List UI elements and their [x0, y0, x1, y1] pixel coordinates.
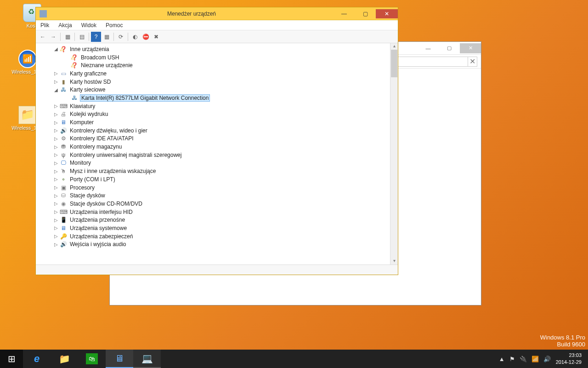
menu-file[interactable]: Plik [36, 21, 54, 30]
device-tree[interactable]: ◢❓Inne urządzenia❓Broadcom USH❓Nieznane … [36, 43, 390, 264]
tree-node[interactable]: ▷🖨Kolejki wydruku [45, 110, 390, 119]
taskbar: ⊞ e 📁 🛍 🖥 💻 ▲ ⚑ 🔌 📶 🔊 23:03 2014-12-29 [0, 350, 588, 368]
close-button[interactable]: ✕ [376, 9, 398, 18]
tree-expander-icon[interactable]: ▷ [53, 193, 59, 198]
toolbar-uninstall-button[interactable]: ✖ [151, 32, 161, 42]
toolbar-back-button[interactable]: ← [38, 32, 48, 42]
windows-watermark: Windows 8.1 Pro Build 9600 [540, 334, 585, 348]
tree-expander-icon[interactable]: ▷ [53, 120, 59, 125]
tree-expander-icon[interactable]: ◢ [53, 87, 59, 92]
device-manager-titlebar[interactable]: Menedżer urządzeń — ▢ ✕ [36, 7, 398, 20]
tree-expander-icon[interactable]: ▷ [53, 79, 59, 84]
scroll-thumb[interactable] [391, 50, 397, 77]
tree-expander-icon[interactable]: ▷ [53, 144, 59, 150]
menu-help[interactable]: Pomoc [101, 21, 127, 30]
tree-node[interactable]: ❓Broadcom USH [45, 53, 390, 62]
tree-node[interactable]: ▷🔊Kontrolery dźwięku, wideo i gier [45, 126, 390, 135]
tree-scrollbar[interactable]: ▴ ▾ [390, 43, 398, 264]
tree-expander-icon[interactable]: ▷ [53, 242, 59, 247]
toolbar-showhide-button[interactable]: ▦ [62, 32, 73, 42]
toolbar-disable-button[interactable]: ⛔ [141, 32, 151, 42]
toolbar-update-driver-button[interactable]: ◐ [130, 32, 140, 42]
tree-node[interactable]: 🖧Karta Intel(R) 82577LM Gigabit Network … [45, 94, 390, 102]
tree-expander-icon[interactable]: ▷ [53, 161, 59, 166]
window-title: Menedżer urządzeń [50, 11, 334, 17]
close-button[interactable]: ✕ [460, 43, 481, 53]
tree-expander-icon[interactable]: ▷ [53, 104, 59, 109]
taskbar-sysinfo[interactable]: 🖥 [106, 350, 133, 368]
tray-power-icon[interactable]: 🔌 [517, 356, 529, 362]
driver-package-icon [18, 50, 37, 68]
tree-node[interactable]: ▷ψKontrolery uniwersalnej magistrali sze… [45, 151, 390, 159]
tree-node[interactable]: ▷⚙Kontrolery IDE ATA/ATAPI [45, 135, 390, 143]
tree-expander-icon[interactable]: ▷ [53, 209, 59, 214]
menu-view[interactable]: Widok [77, 21, 101, 30]
maximize-button[interactable]: ▢ [355, 9, 376, 19]
tray-clock[interactable]: 23:03 2014-12-29 [553, 352, 584, 366]
taskbar-ie[interactable]: e [23, 350, 51, 368]
toolbar-forward-button[interactable]: → [48, 32, 58, 42]
toolbar-scan-button[interactable]: ⟳ [116, 32, 126, 42]
menu-action[interactable]: Akcja [54, 21, 76, 30]
tree-node[interactable]: ▷⚬Porty (COM i LPT) [45, 175, 390, 184]
tree-node[interactable]: ▷▮Karty hostów SD [45, 78, 390, 86]
taskbar-explorer[interactable]: 📁 [51, 350, 78, 368]
tree-expander-icon[interactable]: ▷ [53, 128, 59, 133]
tree-node[interactable]: ▷◉Stacje dysków CD-ROM/DVD [45, 200, 390, 208]
folder-icon [18, 106, 37, 124]
tree-expander-icon[interactable]: ▷ [53, 185, 59, 190]
device-category-icon: ⛁ [60, 192, 67, 199]
tree-node[interactable]: ▷🔑Urządzenia zabezpieczeń [45, 232, 390, 241]
tree-node-label: Kontrolery magazynu [69, 144, 123, 150]
maximize-button[interactable]: ▢ [439, 43, 460, 53]
taskbar-store[interactable]: 🛍 [78, 350, 106, 368]
tree-node[interactable]: ▷🖱Mysz i inne urządzenia wskazujące [45, 167, 390, 175]
minimize-button[interactable]: — [418, 43, 439, 53]
clear-address-button[interactable]: ✕ [468, 57, 477, 67]
tree-expander-icon[interactable]: ▷ [53, 234, 59, 239]
tray-overflow-button[interactable]: ▲ [497, 356, 507, 362]
tree-expander-icon[interactable]: ▷ [53, 71, 59, 76]
tree-node[interactable]: ▷🔊Wejścia i wyjścia audio [45, 241, 390, 249]
tree-node[interactable]: ▷▣Procesory [45, 184, 390, 192]
tree-node[interactable]: ▷⌨Klawiatury [45, 102, 390, 110]
scroll-up-icon[interactable]: ▴ [390, 43, 398, 50]
folder-icon: 📁 [59, 353, 70, 364]
tree-expander-icon[interactable]: ▷ [53, 218, 59, 223]
toolbar-properties-button[interactable]: ▤ [77, 32, 87, 42]
tree-node[interactable]: ◢❓Inne urządzenia [45, 45, 390, 53]
minimize-button[interactable]: — [334, 9, 355, 19]
tree-node[interactable]: ▷🖵Monitory [45, 159, 390, 167]
tree-expander-icon[interactable]: ▷ [53, 177, 59, 182]
tree-expander-icon[interactable]: ▷ [53, 169, 59, 174]
device-category-icon: 🖨 [60, 110, 67, 118]
device-category-icon: ❓ [60, 46, 67, 53]
tray-action-center-icon[interactable]: ⚑ [507, 356, 517, 362]
tree-expander-icon[interactable]: ▷ [53, 225, 59, 230]
taskbar-devicemanager[interactable]: 💻 [133, 350, 161, 368]
tree-node[interactable]: ▷🖥Urządzenia systemowe [45, 224, 390, 232]
tree-node-label: Procesory [69, 184, 96, 191]
tree-node[interactable]: ❓Nieznane urządzenie [45, 61, 390, 69]
tray-network-icon[interactable]: 📶 [529, 356, 541, 362]
tray-volume-icon[interactable]: 🔊 [541, 356, 553, 362]
tree-node[interactable]: ▷⛁Stacje dysków [45, 191, 390, 200]
tree-node[interactable]: ▷🖥Komputer [45, 118, 390, 126]
start-button[interactable]: ⊞ [0, 350, 23, 368]
toolbar-help-button[interactable]: ? [91, 32, 101, 42]
toolbar-separator [128, 33, 128, 41]
taskbar-spacer [161, 350, 497, 368]
tree-node[interactable]: ◢🖧Karty sieciowe [45, 86, 390, 94]
tree-expander-icon[interactable]: ▷ [53, 112, 59, 117]
tree-expander-icon[interactable]: ▷ [53, 136, 59, 141]
tree-expander-icon[interactable]: ▷ [53, 152, 59, 157]
device-manager-window[interactable]: Menedżer urządzeń — ▢ ✕ Plik Akcja Widok… [35, 7, 398, 275]
tree-node[interactable]: ▷📱Urządzenia przenośne [45, 216, 390, 224]
tree-expander-icon[interactable]: ▷ [53, 201, 59, 206]
tree-node[interactable]: ▷⌨Urządzenia interfejsu HID [45, 208, 390, 216]
toolbar-view-button[interactable]: ▦ [102, 32, 112, 42]
tree-node[interactable]: ▷▭Karty graficzne [45, 69, 390, 78]
tree-node[interactable]: ▷⛃Kontrolery magazynu [45, 143, 390, 151]
tree-expander-icon[interactable]: ◢ [53, 46, 59, 52]
scroll-down-icon[interactable]: ▾ [390, 258, 398, 264]
